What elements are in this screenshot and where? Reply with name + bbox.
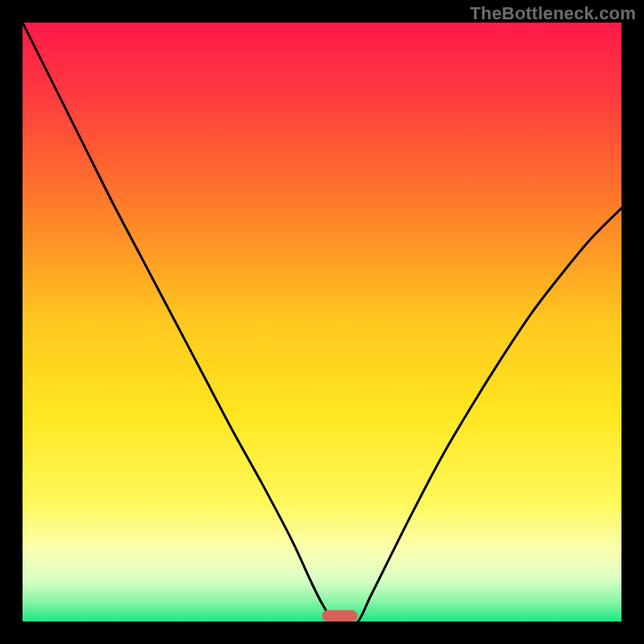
optimal-marker — [322, 610, 357, 621]
curve-layer — [23, 23, 621, 621]
chart-frame: TheBottleneck.com — [0, 0, 644, 644]
bottleneck-curve — [23, 23, 621, 621]
plot-area — [23, 23, 621, 621]
watermark-text: TheBottleneck.com — [470, 3, 636, 24]
